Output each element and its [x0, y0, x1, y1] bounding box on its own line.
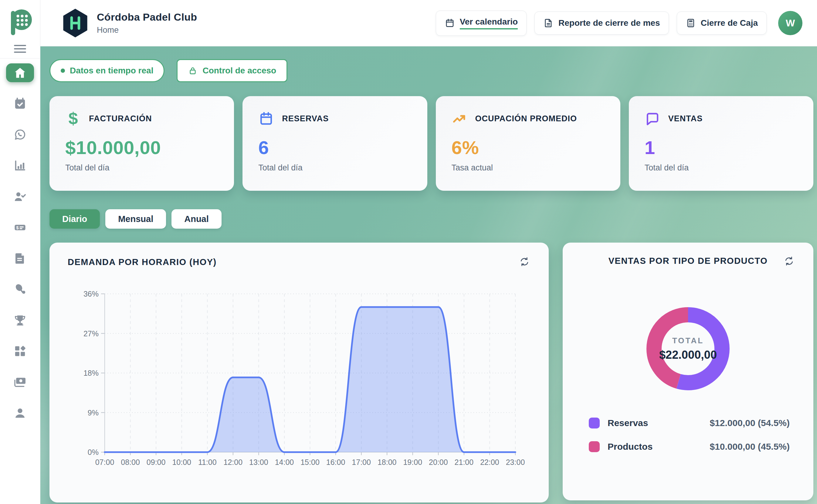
- kpi-card-ocupacion: OCUPACIÓN PROMEDIO 6% Tasa actual: [436, 96, 620, 191]
- svg-text:$: $: [16, 225, 18, 230]
- dollar-icon: $: [65, 111, 81, 126]
- kpi-label: RESERVAS: [282, 114, 329, 123]
- sales-donut-card: VENTAS POR TIPO DE PRODUCTO TOTAL: [563, 243, 813, 500]
- svg-text:36%: 36%: [83, 290, 99, 298]
- report-icon: [543, 18, 553, 28]
- svg-text:18%: 18%: [83, 369, 99, 377]
- svg-text:21:00: 21:00: [455, 458, 474, 466]
- sidebar: $: [0, 0, 40, 504]
- realtime-badge-label: Datos en tiempo real: [70, 66, 153, 76]
- ver-calendario-button[interactable]: Ver calendario: [436, 11, 526, 36]
- kpi-value: $10.000,00: [65, 137, 218, 158]
- donut-chart: TOTAL $22.000,00: [641, 302, 735, 396]
- tab-mensual[interactable]: Mensual: [105, 209, 166, 229]
- home-icon: [13, 66, 27, 79]
- refresh-icon[interactable]: [783, 255, 795, 267]
- sidebar-item-tournaments[interactable]: [6, 311, 34, 330]
- menu-toggle-icon[interactable]: [14, 45, 26, 53]
- svg-text:23:00: 23:00: [506, 458, 525, 466]
- kpi-subtitle: Total del día: [645, 163, 798, 173]
- svg-text:14:00: 14:00: [275, 458, 294, 466]
- donut-center: TOTAL $22.000,00: [641, 302, 735, 396]
- kpi-label: VENTAS: [668, 114, 703, 123]
- cierre-de-caja-label: Cierre de Caja: [701, 18, 758, 28]
- app-logo: [8, 7, 32, 35]
- reporte-cierre-mes-button[interactable]: Reporte de cierre de mes: [534, 12, 669, 35]
- legend-value: $10.000,00 (45.5%): [710, 442, 790, 452]
- top-bar: Córdoba Padel Club Home Ver calendario R…: [40, 0, 817, 46]
- tab-diario[interactable]: Diario: [49, 209, 100, 229]
- donut-total-label: TOTAL: [672, 336, 704, 345]
- demand-area-chart: 0%9%18%27%36%07:0008:0009:0010:0011:0012…: [68, 275, 532, 475]
- padel-racket-icon: [13, 283, 27, 296]
- svg-text:08:00: 08:00: [121, 458, 140, 466]
- kpi-label: OCUPACIÓN PROMEDIO: [475, 114, 577, 123]
- trend-up-icon: [452, 111, 467, 126]
- legend-label: Productos: [607, 442, 653, 452]
- kpi-card-reservas: RESERVAS 6 Total del día: [243, 96, 427, 191]
- trophy-icon: [13, 314, 27, 327]
- demand-chart-title: DEMANDA POR HORARIO (HOY): [68, 257, 217, 267]
- avatar[interactable]: W: [778, 11, 802, 35]
- donut-legend: Reservas $12.000,00 (54.5%) Productos $1…: [589, 418, 790, 452]
- bar-chart-icon: [13, 159, 27, 172]
- svg-text:0%: 0%: [88, 448, 99, 456]
- page-title: Córdoba Padel Club: [97, 11, 197, 23]
- kpi-label: FACTURACIÓN: [89, 114, 152, 123]
- dashboard-content: Datos en tiempo real Control de acceso $…: [40, 46, 817, 504]
- sidebar-item-cash[interactable]: [6, 373, 34, 391]
- status-badges: Datos en tiempo real Control de acceso: [49, 59, 813, 82]
- svg-text:15:00: 15:00: [301, 458, 320, 466]
- reporte-cierre-mes-label: Reporte de cierre de mes: [558, 18, 660, 28]
- sidebar-item-statistics[interactable]: [6, 156, 34, 175]
- sidebar-item-reports[interactable]: [6, 249, 34, 268]
- kpi-subtitle: Total del día: [65, 163, 218, 173]
- legend-row-productos: Productos $10.000,00 (45.5%): [589, 441, 790, 452]
- svg-text:12:00: 12:00: [224, 458, 243, 466]
- app-logo-p-icon: [8, 7, 32, 35]
- widgets-icon: [13, 344, 27, 358]
- sidebar-item-whatsapp[interactable]: [6, 125, 34, 144]
- svg-text:22:00: 22:00: [480, 458, 499, 466]
- sidebar-item-profile[interactable]: [6, 404, 34, 422]
- document-icon: [13, 252, 27, 265]
- calendar-check-icon: [13, 97, 27, 110]
- kpi-subtitle: Total del día: [258, 163, 411, 173]
- svg-text:13:00: 13:00: [249, 458, 268, 466]
- sidebar-nav: $: [6, 63, 34, 435]
- kpi-value: 6: [258, 137, 411, 158]
- ver-calendario-label: Ver calendario: [460, 17, 518, 29]
- svg-text:16:00: 16:00: [326, 458, 345, 466]
- legend-label: Reservas: [607, 418, 648, 428]
- access-control-label: Control de acceso: [202, 66, 276, 76]
- calculator-icon: [686, 18, 696, 28]
- svg-text:17:00: 17:00: [352, 458, 371, 466]
- kpi-value: 6%: [452, 137, 604, 158]
- lock-icon: [188, 66, 197, 76]
- club-logo-icon: [62, 8, 88, 38]
- sidebar-item-modules[interactable]: [6, 342, 34, 361]
- sidebar-item-padel[interactable]: [6, 280, 34, 299]
- sidebar-divider: [0, 58, 40, 59]
- kpi-subtitle: Tasa actual: [452, 163, 604, 173]
- sidebar-item-home[interactable]: [6, 63, 34, 82]
- demand-chart-card: DEMANDA POR HORARIO (HOY) 0%9%18%27%36%0…: [49, 243, 549, 502]
- refresh-icon[interactable]: [518, 256, 530, 268]
- svg-text:09:00: 09:00: [146, 458, 166, 466]
- price-check-icon: $: [13, 221, 27, 234]
- legend-swatch: [589, 418, 600, 428]
- access-control-button[interactable]: Control de acceso: [176, 59, 288, 82]
- person-check-icon: [13, 190, 27, 203]
- kpi-value: 1: [645, 137, 798, 158]
- sales-chart-title: VENTAS POR TIPO DE PRODUCTO: [608, 256, 768, 266]
- sidebar-item-pricing[interactable]: $: [6, 218, 34, 237]
- live-dot-icon: [61, 69, 65, 73]
- cierre-de-caja-button[interactable]: Cierre de Caja: [677, 12, 767, 35]
- svg-text:18:00: 18:00: [378, 458, 397, 466]
- legend-row-reservas: Reservas $12.000,00 (54.5%): [589, 418, 790, 428]
- chat-icon: [645, 111, 661, 126]
- sidebar-item-clients[interactable]: [6, 187, 34, 206]
- club-identity: Córdoba Padel Club Home: [62, 8, 197, 38]
- sidebar-item-reservations[interactable]: [6, 94, 34, 113]
- tab-anual[interactable]: Anual: [171, 209, 222, 229]
